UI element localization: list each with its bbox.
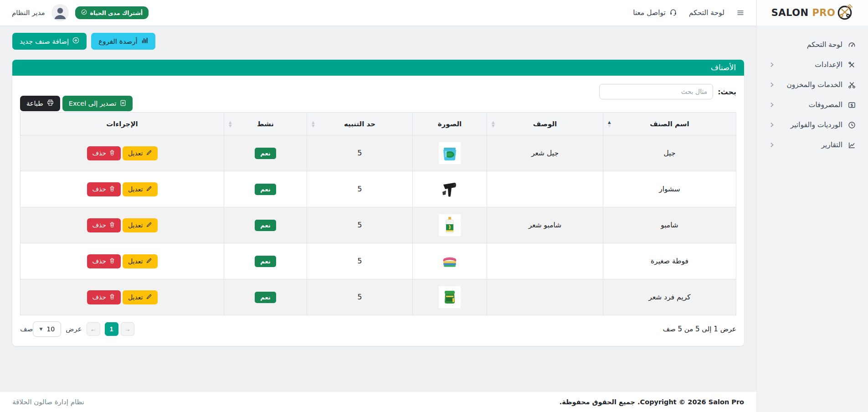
sidebar-item-scissors[interactable]: الخدمات والمخزون — [757, 75, 868, 95]
row-actions: تعديلحذف — [24, 218, 220, 232]
check-circle-icon — [81, 9, 87, 16]
export-group: تصدير إلى Excel طباعة — [20, 96, 133, 111]
column-header[interactable]: نشط▲▼ — [224, 113, 307, 135]
row-actions: تعديلحذف — [24, 146, 220, 160]
pencil-icon — [146, 258, 152, 265]
trash-icon — [109, 258, 115, 265]
item-name-cell: شامبو — [603, 207, 736, 243]
page-content: أرصدة الفروع إضافة صنف جديد الأصناف بحث: — [0, 26, 756, 392]
actions-cell: تعديلحذف — [21, 243, 224, 279]
column-header-label: الصورة — [438, 120, 462, 128]
column-header-label: نشط — [257, 120, 274, 128]
delete-label: حذف — [92, 258, 107, 265]
page-actions-row: أرصدة الفروع إضافة صنف جديد — [12, 33, 744, 50]
chart-icon — [847, 141, 856, 149]
print-button[interactable]: طباعة — [20, 96, 60, 111]
brand-logo[interactable]: SALON PRO — [757, 0, 868, 26]
sort-arrows-icon: ▲▼ — [492, 120, 495, 128]
alert-limit-cell: 5 — [307, 135, 413, 171]
item-description-cell — [487, 279, 603, 315]
column-header-label: حد التنبيه — [344, 120, 375, 128]
table-body: جيلجيل شعر5نعمتعديلحذفسشوار5نعمتعديلحذفش… — [21, 135, 736, 315]
nav-dashboard-link[interactable]: لوحة التحكم — [689, 9, 724, 17]
excel-file-icon — [120, 100, 126, 108]
sidebar-item-money[interactable]: $المصروفات — [757, 95, 868, 115]
column-header[interactable]: حد التنبيه▲▼ — [307, 113, 413, 135]
towels-image — [439, 250, 461, 272]
scissors-icon — [847, 81, 856, 89]
items-table: اسم الصنف▲▼الوصف▲▼الصورةحد التنبيه▲▼نشط▲… — [20, 112, 736, 315]
edit-label: تعديل — [128, 221, 143, 229]
delete-button[interactable]: حذف — [87, 146, 121, 160]
card-body: بحث: تصدير إلى Excel طباعة — [12, 76, 744, 346]
copyright-text: Copyright © 2026 Salon Pro. جميع الحقوق … — [560, 398, 744, 406]
pencil-icon — [146, 221, 152, 229]
export-excel-button[interactable]: تصدير إلى Excel — [62, 96, 133, 111]
edit-button[interactable]: تعديل — [123, 290, 158, 304]
table-row: شامبوشامبو شعر5نعمتعديلحذف — [21, 207, 736, 243]
add-item-button[interactable]: إضافة صنف جديد — [12, 33, 87, 50]
edit-button[interactable]: تعديل — [123, 182, 158, 196]
sidebar-item-clock[interactable]: الورديات والفواتير — [757, 115, 868, 135]
page-length-select[interactable]: 10 ▼ — [33, 321, 61, 337]
edit-label: تعديل — [128, 258, 143, 265]
column-header-label: الإجراءات — [106, 120, 138, 128]
menu-toggle-icon[interactable] — [736, 9, 745, 17]
alert-limit-cell: 5 — [307, 279, 413, 315]
edit-button[interactable]: تعديل — [123, 146, 158, 160]
delete-button[interactable]: حذف — [87, 182, 121, 196]
branch-balances-label: أرصدة الفروع — [98, 37, 137, 46]
column-header[interactable]: اسم الصنف▲▼ — [603, 113, 736, 135]
branch-balances-button[interactable]: أرصدة الفروع — [91, 33, 155, 50]
items-card: الأصناف بحث: تصدير إلى Excel — [12, 60, 744, 346]
avatar[interactable] — [51, 4, 69, 21]
sidebar-item-label: لوحة التحكم — [769, 41, 842, 49]
row-actions: تعديلحذف — [24, 254, 220, 268]
actions-cell: تعديلحذف — [21, 207, 224, 243]
hair-dryer-image — [439, 178, 461, 200]
tools-icon — [847, 61, 856, 69]
scissors-emblem-icon — [836, 3, 853, 22]
table-row: كريم فرد شعر5نعمتعديلحذف — [21, 279, 736, 315]
sidebar-item-chart[interactable]: التقارير — [757, 135, 868, 155]
alert-limit-cell: 5 — [307, 243, 413, 279]
edit-label: تعديل — [128, 185, 143, 193]
nav-contact-label: تواصل معنا — [633, 9, 666, 17]
pagination-controls: → 1 ← عرض 10 ▼ صف — [20, 321, 134, 337]
item-description-cell: شامبو شعر — [487, 207, 603, 243]
delete-label: حذف — [92, 294, 107, 301]
column-header-label: الوصف — [533, 120, 557, 128]
shampoo-bottle-image — [439, 214, 461, 236]
sidebar-item-tools[interactable]: الإعدادات — [757, 55, 868, 75]
column-header[interactable]: الوصف▲▼ — [487, 113, 603, 135]
delete-button[interactable]: حذف — [87, 218, 121, 232]
actions-cell: تعديلحذف — [21, 279, 224, 315]
search-input[interactable] — [599, 84, 713, 99]
edit-button[interactable]: تعديل — [123, 254, 158, 268]
trash-icon — [109, 221, 115, 229]
alert-limit-cell: 5 — [307, 171, 413, 207]
sidebar-item-gauge[interactable]: لوحة التحكم — [757, 35, 868, 55]
pagination-page-1-button[interactable]: 1 — [105, 322, 118, 336]
app-root: SALON PRO لوحة التحكمالإعداداتالخدمات وا… — [0, 0, 868, 412]
item-image-cell — [413, 135, 487, 171]
delete-button[interactable]: حذف — [87, 254, 121, 268]
copyright-arabic: جميع الحقوق محفوظة. — [560, 398, 635, 406]
column-header-label: اسم الصنف — [650, 120, 689, 128]
gel-jar-image — [439, 142, 461, 164]
pagination-row: عرض 1 إلى 5 من 5 صف → 1 ← عرض 10 ▼ صف — [20, 321, 736, 337]
active-badge: نعم — [255, 184, 276, 195]
pagination-prev-button[interactable]: → — [121, 322, 134, 336]
svg-text:$: $ — [851, 103, 853, 107]
alert-limit-cell: 5 — [307, 207, 413, 243]
pagination-next-button[interactable]: ← — [87, 322, 100, 336]
delete-label: حذف — [92, 149, 107, 157]
sort-arrows-icon: ▲▼ — [608, 120, 611, 128]
subscription-badge: أشتراك مدى الحياة — [75, 6, 149, 19]
active-badge: نعم — [255, 292, 276, 303]
delete-button[interactable]: حذف — [87, 290, 121, 304]
edit-button[interactable]: تعديل — [123, 218, 158, 232]
nav-contact-link[interactable]: تواصل معنا — [633, 8, 677, 18]
active-cell: نعم — [224, 135, 307, 171]
active-badge: نعم — [255, 256, 276, 267]
